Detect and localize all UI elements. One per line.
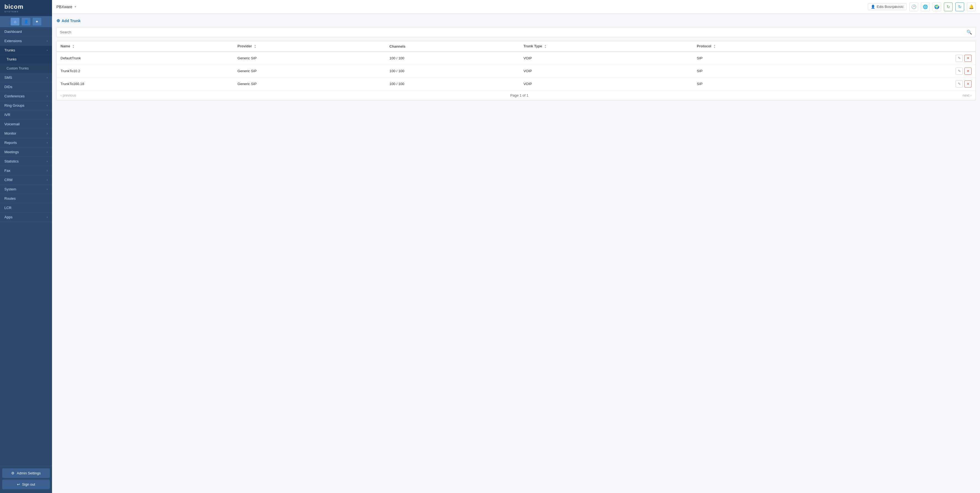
sidebar-item-label: Dashboard	[5, 30, 22, 34]
topbar: PBXware ▼ 👤 Edis Bosnjakovic 🕐 🌐 🌍 ↻ ↻ 🔔	[52, 0, 980, 14]
cell-provider: Generic SIP	[234, 65, 386, 78]
sidebar-item-apps[interactable]: Apps ›	[0, 212, 52, 222]
sidebar-item-label: Fax	[5, 168, 10, 173]
sidebar-item-trunks-sub[interactable]: Trunks	[0, 55, 52, 64]
sidebar-item-conferences[interactable]: Conferences ›	[0, 92, 52, 101]
chevron-right-icon: ›	[47, 216, 48, 219]
sidebar: bicom SYSTEMS ⌂ 👤 ✦ Dashboard Extensions…	[0, 0, 52, 493]
admin-settings-button[interactable]: ⚙ Admin Settings	[2, 468, 50, 478]
sidebar-item-meetings[interactable]: Meetings ›	[0, 147, 52, 157]
sidebar-item-label: LCR	[5, 206, 11, 210]
edit-row-button[interactable]: ✎	[956, 55, 963, 62]
cell-channels: 100 / 100	[386, 52, 520, 65]
sidebar-item-extensions[interactable]: Extensions ›	[0, 36, 52, 46]
sidebar-item-crm[interactable]: CRM ›	[0, 175, 52, 185]
main-area: PBXware ▼ 👤 Edis Bosnjakovic 🕐 🌐 🌍 ↻ ↻ 🔔	[52, 0, 980, 493]
next-page-link[interactable]: next ›	[963, 93, 972, 97]
refresh-green-icon: ↻	[947, 5, 950, 9]
sidebar-bottom: ⚙ Admin Settings ↩ Sign out	[0, 466, 52, 493]
sidebar-item-system[interactable]: System ›	[0, 185, 52, 194]
sidebar-item-label: System	[5, 187, 16, 191]
sidebar-item-voicemail[interactable]: Voicemail ›	[0, 120, 52, 129]
cell-actions: ✎ ✕	[842, 65, 975, 78]
sidebar-item-reports[interactable]: Reports ›	[0, 138, 52, 147]
edit-row-button[interactable]: ✎	[956, 68, 963, 75]
col-header-trunk-type[interactable]: Trunk Type ▲▼	[520, 41, 693, 52]
cell-protocol: SIP	[693, 52, 842, 65]
sidebar-item-label: Reports	[5, 141, 17, 145]
sidebar-icon-bar: ⌂ 👤 ✦	[0, 16, 52, 27]
edit-row-button[interactable]: ✎	[956, 81, 963, 87]
signout-icon: ↩	[17, 482, 20, 487]
sidebar-item-routes[interactable]: Routes	[0, 194, 52, 203]
col-header-protocol[interactable]: Protocol ▲▼	[693, 41, 842, 52]
sidebar-item-label: Ring Groups	[5, 103, 24, 108]
sign-out-button[interactable]: ↩ Sign out	[2, 480, 50, 489]
sidebar-item-lcr[interactable]: LCR	[0, 203, 52, 212]
sidebar-item-label: Conferences	[5, 94, 25, 98]
chevron-right-icon: ›	[47, 40, 48, 43]
pagination: ‹ previous Page 1 of 1 next ›	[57, 90, 975, 100]
refresh-green-button[interactable]: ↻	[944, 2, 953, 11]
network-icon-btn[interactable]: ✦	[33, 18, 41, 25]
home-icon-btn[interactable]: ⌂	[11, 18, 19, 25]
table-row: TrunkTo10.2 Generic SIP 100 / 100 VOIP S…	[57, 65, 975, 78]
chevron-right-icon: ›	[47, 104, 48, 107]
cell-protocol: SIP	[693, 78, 842, 90]
cell-name: TrunkTo10.2	[57, 65, 234, 78]
chevron-right-icon: ›	[47, 151, 48, 154]
sidebar-item-label: Extensions	[5, 39, 22, 43]
sidebar-item-ivr[interactable]: IVR ›	[0, 110, 52, 120]
bell-button[interactable]: 🔔	[967, 2, 975, 11]
table-row: DefaultTrunk Generic SIP 100 / 100 VOIP …	[57, 52, 975, 65]
sidebar-item-label: Trunks	[6, 57, 16, 61]
refresh-blue-icon: ↻	[958, 5, 962, 9]
col-header-name[interactable]: Name ▲▼	[57, 41, 234, 52]
sidebar-item-statistics[interactable]: Statistics ›	[0, 157, 52, 166]
cell-name: DefaultTrunk	[57, 52, 234, 65]
delete-row-button[interactable]: ✕	[964, 55, 972, 62]
pbxware-label: PBXware	[56, 5, 72, 9]
cell-actions: ✎ ✕	[842, 52, 975, 65]
previous-page-link[interactable]: ‹ previous	[60, 93, 76, 97]
sidebar-item-ring-groups[interactable]: Ring Groups ›	[0, 101, 52, 110]
clock-button[interactable]: 🕐	[909, 2, 918, 11]
sidebar-item-label: Meetings	[5, 150, 19, 154]
sidebar-item-monitor[interactable]: Monitor ›	[0, 129, 52, 138]
sidebar-item-custom-trunks[interactable]: Custom Trunks	[0, 64, 52, 73]
user-icon-btn[interactable]: 👤	[22, 18, 30, 25]
delete-row-button[interactable]: ✕	[964, 81, 972, 87]
sort-arrows-provider: ▲▼	[254, 44, 256, 49]
chevron-right-icon: ›	[47, 141, 48, 144]
clock-icon: 🕐	[911, 5, 916, 9]
sidebar-item-sms[interactable]: SMS ›	[0, 73, 52, 82]
sidebar-item-label: Apps	[5, 215, 13, 219]
cell-provider: Generic SIP	[234, 52, 386, 65]
globe-icon: 🌐	[923, 5, 928, 9]
col-header-provider[interactable]: Provider ▲▼	[234, 41, 386, 52]
delete-row-button[interactable]: ✕	[964, 68, 972, 75]
pbxware-selector[interactable]: PBXware ▼	[56, 5, 76, 9]
language-button[interactable]: 🌍	[932, 2, 941, 11]
globe-button[interactable]: 🌐	[921, 2, 930, 11]
col-header-actions	[842, 41, 975, 52]
user-info: 👤 Edis Bosnjakovic	[868, 3, 907, 10]
sort-arrows-protocol: ▲▼	[713, 44, 716, 49]
logo: bicom	[5, 3, 24, 10]
trunks-table-container: Name ▲▼ Provider ▲▼ Channels Trunk Type …	[56, 41, 975, 100]
sidebar-item-dids[interactable]: DIDs	[0, 82, 52, 92]
add-trunk-button[interactable]: ⊕ Add Trunk	[56, 18, 81, 23]
cell-provider: Generic SIP	[234, 78, 386, 90]
sidebar-item-fax[interactable]: Fax ›	[0, 166, 52, 175]
refresh-blue-button[interactable]: ↻	[955, 2, 964, 11]
plus-icon: ⊕	[56, 18, 60, 23]
chevron-right-icon: ›	[47, 169, 48, 172]
cell-channels: 100 / 100	[386, 65, 520, 78]
trunks-table: Name ▲▼ Provider ▲▼ Channels Trunk Type …	[57, 41, 975, 90]
sidebar-item-trunks[interactable]: Trunks ›	[0, 46, 52, 55]
chevron-right-icon: ›	[47, 76, 48, 79]
sidebar-item-dashboard[interactable]: Dashboard	[0, 27, 52, 36]
search-icon[interactable]: 🔍	[967, 30, 972, 35]
search-input[interactable]	[60, 30, 967, 34]
sidebar-item-label: Statistics	[5, 159, 19, 163]
